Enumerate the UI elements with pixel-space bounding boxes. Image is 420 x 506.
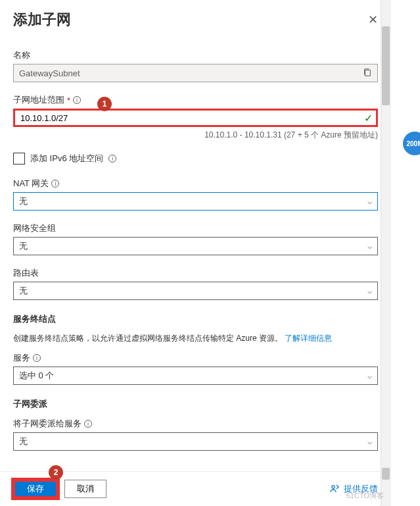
- chevron-down-icon: ⌵: [367, 241, 372, 251]
- nat-gateway-label: NAT 网关: [13, 178, 49, 190]
- services-select[interactable]: 选中 0 个 ⌵: [13, 367, 378, 385]
- name-value: GatewaySubnet: [19, 68, 80, 78]
- service-endpoints-header: 服务终结点: [13, 313, 378, 325]
- chevron-down-icon: ⌵: [367, 437, 372, 446]
- valid-check-icon: ✓: [364, 112, 373, 124]
- chevron-down-icon: ⌵: [367, 197, 372, 206]
- info-icon[interactable]: i: [73, 96, 81, 104]
- save-button[interactable]: 保存: [13, 480, 58, 498]
- nat-gateway-select[interactable]: 无 ⌵: [13, 192, 378, 211]
- chevron-down-icon: ⌵: [367, 371, 372, 380]
- learn-more-link[interactable]: 了解详细信息: [285, 334, 332, 343]
- watermark: 51CTO博客: [346, 491, 384, 501]
- name-label: 名称: [13, 49, 378, 61]
- nsg-value: 无: [19, 240, 28, 252]
- services-label: 服务: [13, 352, 30, 364]
- services-value: 选中 0 个: [19, 370, 54, 382]
- scrollbar-track[interactable]: [381, 0, 391, 506]
- svg-point-1: [332, 486, 335, 488]
- feedback-icon: [329, 484, 340, 494]
- chevron-down-icon: ⌵: [367, 286, 372, 295]
- copy-icon[interactable]: [363, 68, 372, 79]
- scrollbar-thumb[interactable]: [382, 26, 390, 105]
- info-icon[interactable]: i: [51, 180, 59, 188]
- address-range-helper: 10.10.1.0 - 10.10.1.31 (27 + 5 个 Azure 预…: [13, 130, 378, 141]
- scrollbar-thumb[interactable]: [382, 468, 390, 480]
- svg-rect-0: [365, 70, 371, 76]
- ipv6-checkbox[interactable]: [13, 153, 25, 164]
- route-table-label: 路由表: [13, 267, 378, 279]
- address-range-label: 子网地址范围: [13, 94, 64, 106]
- info-icon[interactable]: i: [108, 155, 116, 163]
- service-endpoints-helptext: 创建服务终结点策略，以允许通过虚拟网络服务终结点传输特定 Azure 资源。: [13, 334, 283, 343]
- ipv6-label: 添加 IPv6 地址空间: [30, 153, 103, 164]
- badge-200m: 200M: [403, 132, 420, 155]
- annotation-badge-1: 1: [97, 97, 112, 111]
- nsg-label: 网络安全组: [13, 222, 378, 234]
- close-icon[interactable]: ✕: [368, 13, 378, 27]
- route-table-value: 无: [19, 285, 28, 297]
- panel-title: 添加子网: [13, 10, 71, 30]
- delegation-value: 无: [19, 436, 28, 447]
- name-input: GatewaySubnet: [13, 64, 378, 82]
- annotation-badge-2: 2: [49, 465, 63, 480]
- required-marker: *: [67, 95, 70, 105]
- address-range-input[interactable]: [13, 109, 378, 127]
- route-table-select[interactable]: 无 ⌵: [13, 282, 378, 300]
- delegation-label: 将子网委派给服务: [13, 418, 82, 430]
- delegation-select[interactable]: 无 ⌵: [13, 432, 378, 451]
- delegation-header: 子网委派: [13, 398, 378, 410]
- cancel-button[interactable]: 取消: [64, 480, 106, 498]
- nsg-select[interactable]: 无 ⌵: [13, 237, 378, 255]
- info-icon[interactable]: i: [33, 354, 41, 362]
- info-icon[interactable]: i: [84, 420, 92, 428]
- nat-gateway-value: 无: [19, 195, 28, 207]
